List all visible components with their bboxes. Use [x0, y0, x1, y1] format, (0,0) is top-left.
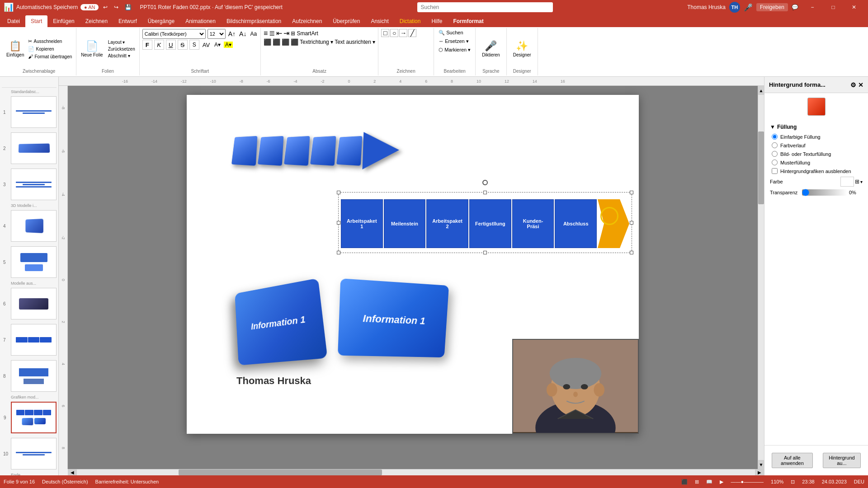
handle-tc[interactable]	[483, 191, 487, 194]
mark-btn[interactable]: ⬡ Markieren ▾	[437, 46, 472, 54]
step-kunden-praesi[interactable]: Kunden-Präsi	[512, 199, 554, 248]
slide-thumb-1[interactable]: 1	[11, 96, 57, 128]
fit-page-btn[interactable]: ⊡	[791, 479, 795, 485]
font-family-select[interactable]: Calibri (Textkörper)	[142, 29, 206, 39]
tab-uebergaenge[interactable]: Übergänge	[142, 15, 180, 27]
slide-thumb-6[interactable]: 6	[11, 288, 57, 319]
rect-shape[interactable]: □	[381, 29, 389, 37]
handle-mr[interactable]	[630, 221, 633, 225]
info-box-3d-right[interactable]: Information 1	[338, 278, 449, 357]
align-right-btn[interactable]: ⬛	[282, 38, 289, 46]
process-group[interactable]: Arbeitspaket1 Meilenstein Arbeitspaket2 …	[340, 199, 630, 249]
scroll-down-btn[interactable]: ▼	[758, 460, 764, 469]
slide-thumb-3[interactable]: 3	[11, 169, 57, 200]
tab-ansicht[interactable]: Ansicht	[365, 15, 394, 27]
checkbox-hide-bg[interactable]	[772, 168, 778, 174]
slide-sorter-btn[interactable]: ⊞	[695, 479, 699, 485]
presentation-btn[interactable]: ▶	[720, 479, 723, 485]
font-color-btn[interactable]: A▾	[213, 42, 222, 48]
paste-btn[interactable]: 📋 Einfügen	[5, 29, 26, 69]
char-spacing-btn[interactable]: AV	[201, 42, 211, 48]
line-shape[interactable]: ╱	[408, 29, 416, 37]
farbe-dropdown-btn[interactable]: ▾	[860, 179, 863, 184]
handle-tl[interactable]	[337, 191, 340, 194]
increase-font-btn[interactable]: A↑	[227, 30, 236, 38]
step-abschluss[interactable]: Abschluss	[555, 199, 597, 248]
slide-thumb-4[interactable]: 4	[11, 210, 57, 242]
text-align-btn[interactable]: Text ausrichten ▾	[335, 39, 375, 45]
slide-thumb-7[interactable]: 7	[11, 324, 57, 356]
designer-btn[interactable]: ✨ Designer	[509, 38, 535, 59]
tab-hilfe[interactable]: Hilfe	[426, 15, 448, 27]
tab-animationen[interactable]: Animationen	[180, 15, 221, 27]
tab-zeichnen[interactable]: Zeichnen	[80, 15, 113, 27]
tab-bildschirm[interactable]: Bildschirmpräsentation	[221, 15, 287, 27]
slide-thumb-9[interactable]: 9	[11, 402, 57, 433]
layout-btn[interactable]: Layout ▾	[107, 39, 137, 45]
search-input[interactable]	[417, 2, 553, 12]
minimize-btn[interactable]: −	[802, 0, 823, 14]
tab-entwurf[interactable]: Entwurf	[113, 15, 142, 27]
step-meilenstein[interactable]: Meilenstein	[384, 199, 426, 248]
font-size-select[interactable]: 12	[208, 29, 226, 39]
scroll-thumb[interactable]	[758, 131, 764, 205]
decrease-font-btn[interactable]: A↓	[238, 30, 247, 38]
scroll-right-btn[interactable]: ▶	[755, 469, 764, 475]
close-btn[interactable]: ✕	[844, 0, 864, 14]
radio-bild-textur[interactable]: Bild- oder Texturfüllung	[772, 151, 863, 157]
align-left-btn[interactable]: ⬛	[264, 38, 271, 46]
mic-icon[interactable]: 🎤	[744, 3, 753, 12]
reset-btn[interactable]: Zurücksetzen	[107, 46, 137, 52]
info-box-3d-left[interactable]: Information 1	[235, 278, 327, 366]
smartart-btn[interactable]: SmartArt	[297, 30, 318, 37]
step-arbeitspaket2[interactable]: Arbeitspaket2	[426, 199, 468, 248]
arrow-shape[interactable]: →	[399, 29, 407, 37]
zoom-slider[interactable]: ——●————	[731, 479, 764, 484]
transparenz-slider[interactable]	[802, 189, 847, 196]
save-btn[interactable]: 💾	[123, 3, 133, 11]
cols-btn[interactable]: ⊞	[291, 30, 295, 37]
step-arbeitspaket1[interactable]: Arbeitspaket1	[341, 199, 383, 248]
radio-einfarbig[interactable]: Einfarbige Füllung	[772, 134, 863, 140]
comment-icon[interactable]: 💬	[792, 4, 798, 10]
numbered-btn[interactable]: ≣	[269, 29, 275, 38]
tab-ueberpruefen[interactable]: Überprüfen	[327, 15, 365, 27]
panel-settings-icon[interactable]: ⚙	[850, 81, 856, 89]
align-center-btn[interactable]: ⬛	[273, 38, 280, 46]
redo-btn[interactable]: ↪	[112, 3, 120, 11]
clear-format-btn[interactable]: Aa	[249, 31, 258, 37]
panel-close-icon[interactable]: ✕	[858, 81, 863, 89]
h-scroll-thumb[interactable]	[179, 469, 382, 475]
scroll-left-btn[interactable]: ◀	[68, 469, 77, 475]
cut-btn[interactable]: ✂ Ausschneiden	[27, 38, 73, 45]
handle-tr[interactable]	[630, 191, 633, 194]
radio-farbverlauf[interactable]: Farbverlauf	[772, 142, 863, 148]
tab-start[interactable]: Start	[25, 15, 47, 27]
shadow-btn[interactable]: S	[189, 40, 199, 50]
farbe-arrow-btn[interactable]: ⊞	[855, 178, 859, 185]
tab-aufzeichnen[interactable]: Aufzeichnen	[287, 15, 327, 27]
radio-muster-input[interactable]	[772, 160, 778, 165]
rotate-handle[interactable]	[482, 180, 488, 185]
normal-view-btn[interactable]: ⬛	[681, 479, 688, 485]
italic-btn[interactable]: K	[154, 40, 164, 50]
vertical-scrollbar[interactable]: ▲ ▼	[758, 86, 764, 469]
underline-btn[interactable]: U	[166, 40, 176, 50]
decrease-indent-btn[interactable]: ⇤	[276, 29, 282, 38]
new-slide-btn[interactable]: 📄 Neue Folie	[79, 39, 104, 58]
step-fertigstllung[interactable]: Fertigstllung	[469, 199, 511, 248]
handle-ml[interactable]	[337, 221, 340, 225]
maximize-btn[interactable]: □	[823, 0, 844, 14]
increase-indent-btn[interactable]: ⇥	[283, 29, 289, 38]
bg-reset-btn[interactable]: Hintergrund au...	[823, 453, 861, 468]
tab-formformat[interactable]: Formformat	[448, 15, 489, 27]
farbe-color-box[interactable]	[840, 177, 854, 187]
apply-all-btn[interactable]: Auf alle anwenden	[772, 453, 813, 468]
justify-btn[interactable]: ⬛	[291, 38, 298, 46]
circle-shape[interactable]: ○	[390, 29, 398, 37]
handle-bl[interactable]	[337, 251, 340, 254]
search-find-btn[interactable]: 🔍 Suchen	[437, 29, 472, 37]
undo-btn[interactable]: ↩	[101, 3, 109, 11]
slide-thumb-5[interactable]: 5	[11, 246, 57, 278]
tab-datei[interactable]: Datei	[2, 15, 25, 27]
